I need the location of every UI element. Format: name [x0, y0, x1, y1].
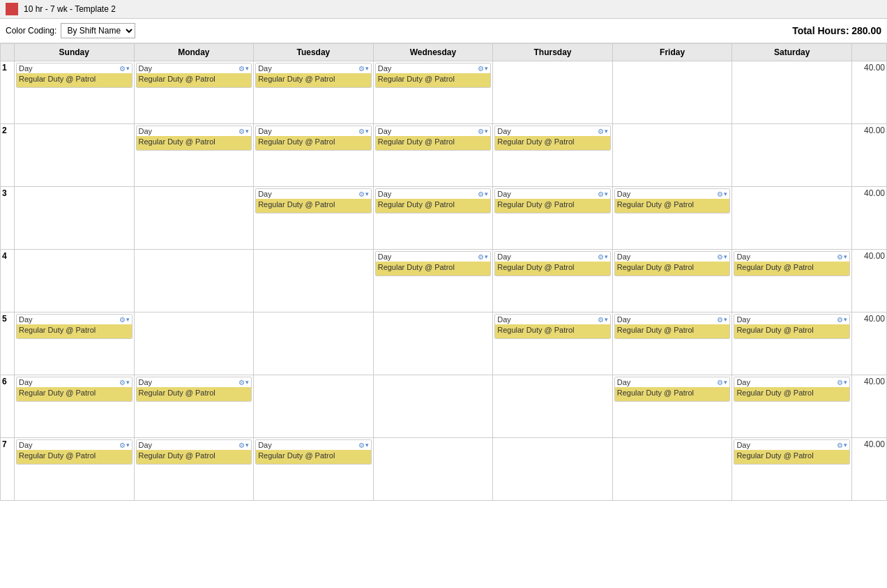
shift-gear-button[interactable]: ⚙▾ — [598, 253, 608, 261]
shift-gear-button[interactable]: ⚙▾ — [598, 316, 608, 324]
shift-gear-button[interactable]: ⚙▾ — [238, 128, 249, 135]
week-1-friday[interactable] — [612, 61, 732, 124]
shift-gear-button[interactable]: ⚙▾ — [358, 128, 369, 135]
week-5-monday[interactable] — [134, 312, 254, 375]
week-6-thursday[interactable] — [493, 375, 613, 438]
shift-gear-button[interactable]: ⚙▾ — [358, 442, 369, 449]
shift-block: Day⚙▾Regular Duty @ Patrol — [255, 63, 372, 88]
shift-gear-button[interactable]: ⚙▾ — [119, 65, 130, 73]
shift-gear-button[interactable]: ⚙▾ — [717, 316, 727, 324]
shift-duty-label: Regular Duty @ Patrol — [734, 450, 849, 464]
gear-icon: ⚙ — [598, 128, 604, 135]
week-1-wednesday[interactable]: Day⚙▾Regular Duty @ Patrol — [373, 61, 493, 124]
week-7-friday[interactable] — [612, 438, 732, 501]
shift-gear-button[interactable]: ⚙▾ — [478, 253, 488, 261]
chevron-down-icon: ▾ — [724, 379, 727, 386]
week-5-thursday[interactable]: Day⚙▾Regular Duty @ Patrol — [493, 312, 613, 375]
shift-gear-button[interactable]: ⚙▾ — [358, 65, 369, 73]
week-1-tuesday[interactable]: Day⚙▾Regular Duty @ Patrol — [254, 61, 374, 124]
chevron-down-icon: ▾ — [724, 253, 727, 260]
color-coding-select[interactable]: By Shift Name By Position By Employee — [61, 23, 135, 38]
shift-header: Day⚙▾ — [734, 315, 849, 324]
week-3-saturday[interactable] — [732, 187, 852, 250]
week-6-monday[interactable]: Day⚙▾Regular Duty @ Patrol — [134, 375, 254, 438]
shift-gear-button[interactable]: ⚙▾ — [238, 379, 249, 386]
week-2-wednesday[interactable]: Day⚙▾Regular Duty @ Patrol — [373, 124, 493, 187]
week-5-wednesday[interactable] — [373, 312, 493, 375]
shift-gear-button[interactable]: ⚙▾ — [717, 190, 727, 198]
week-1-thursday[interactable] — [493, 61, 613, 124]
shift-gear-button[interactable]: ⚙▾ — [717, 379, 727, 386]
gear-icon: ⚙ — [837, 253, 843, 261]
shift-gear-button[interactable]: ⚙▾ — [478, 128, 488, 135]
chevron-down-icon: ▾ — [245, 65, 249, 72]
gear-icon: ⚙ — [837, 316, 843, 324]
week-3-tuesday[interactable]: Day⚙▾Regular Duty @ Patrol — [254, 187, 374, 250]
week-3-monday[interactable] — [134, 187, 254, 250]
week-2-saturday[interactable] — [732, 124, 852, 187]
week-1-sunday[interactable]: Day⚙▾Regular Duty @ Patrol — [15, 61, 135, 124]
shift-gear-button[interactable]: ⚙▾ — [478, 190, 488, 198]
shift-gear-button[interactable]: ⚙▾ — [598, 128, 608, 135]
week-4-thursday[interactable]: Day⚙▾Regular Duty @ Patrol — [493, 250, 613, 312]
week-6-sunday[interactable]: Day⚙▾Regular Duty @ Patrol — [15, 375, 135, 438]
calendar-body: 1Day⚙▾Regular Duty @ PatrolDay⚙▾Regular … — [1, 61, 887, 501]
week-2-monday[interactable]: Day⚙▾Regular Duty @ Patrol — [134, 124, 254, 187]
week-4-sunday[interactable] — [15, 250, 135, 312]
week-2-tuesday[interactable]: Day⚙▾Regular Duty @ Patrol — [254, 124, 374, 187]
week-5-tuesday[interactable] — [254, 312, 374, 375]
week-6-saturday[interactable]: Day⚙▾Regular Duty @ Patrol — [732, 375, 852, 438]
week-4-saturday[interactable]: Day⚙▾Regular Duty @ Patrol — [732, 250, 852, 312]
shift-gear-button[interactable]: ⚙▾ — [238, 442, 249, 449]
week-6-tuesday[interactable] — [254, 375, 374, 438]
shift-gear-button[interactable]: ⚙▾ — [119, 442, 130, 449]
week-5-saturday[interactable]: Day⚙▾Regular Duty @ Patrol — [732, 312, 852, 375]
week-7-tuesday[interactable]: Day⚙▾Regular Duty @ Patrol — [254, 438, 374, 501]
shift-gear-button[interactable]: ⚙▾ — [837, 379, 847, 386]
week-4-wednesday[interactable]: Day⚙▾Regular Duty @ Patrol — [373, 250, 493, 312]
week-3-friday[interactable]: Day⚙▾Regular Duty @ Patrol — [612, 187, 732, 250]
shift-duty-label: Regular Duty @ Patrol — [734, 262, 849, 276]
shift-block: Day⚙▾Regular Duty @ Patrol — [136, 63, 252, 88]
week-6-friday[interactable]: Day⚙▾Regular Duty @ Patrol — [612, 375, 732, 438]
shift-gear-button[interactable]: ⚙▾ — [119, 379, 130, 386]
week-4-tuesday[interactable] — [254, 250, 374, 312]
week-3-thursday[interactable]: Day⚙▾Regular Duty @ Patrol — [493, 187, 613, 250]
week-total-2: 40.00 — [852, 124, 887, 187]
week-1-saturday[interactable] — [732, 61, 852, 124]
week-5-sunday[interactable]: Day⚙▾Regular Duty @ Patrol — [15, 312, 135, 375]
week-1-monday[interactable]: Day⚙▾Regular Duty @ Patrol — [134, 61, 254, 124]
shift-duty-label: Regular Duty @ Patrol — [495, 262, 610, 276]
gear-icon: ⚙ — [837, 379, 843, 386]
week-3-wednesday[interactable]: Day⚙▾Regular Duty @ Patrol — [373, 187, 493, 250]
shift-duty-label: Regular Duty @ Patrol — [17, 387, 132, 401]
chevron-down-icon: ▾ — [365, 65, 369, 72]
shift-header: Day⚙▾ — [137, 377, 252, 387]
week-2-thursday[interactable]: Day⚙▾Regular Duty @ Patrol — [493, 124, 613, 187]
week-row-2: 2Day⚙▾Regular Duty @ PatrolDay⚙▾Regular … — [1, 124, 887, 187]
week-2-sunday[interactable] — [15, 124, 135, 187]
shift-gear-button[interactable]: ⚙▾ — [358, 190, 369, 198]
shift-gear-button[interactable]: ⚙▾ — [837, 253, 847, 261]
shift-gear-button[interactable]: ⚙▾ — [837, 442, 847, 449]
week-7-saturday[interactable]: Day⚙▾Regular Duty @ Patrol — [732, 438, 852, 501]
week-4-monday[interactable] — [134, 250, 254, 312]
shift-gear-button[interactable]: ⚙▾ — [837, 316, 847, 324]
week-4-friday[interactable]: Day⚙▾Regular Duty @ Patrol — [612, 250, 732, 312]
week-7-thursday[interactable] — [493, 438, 613, 501]
shift-gear-button[interactable]: ⚙▾ — [478, 65, 488, 73]
shift-gear-button[interactable]: ⚙▾ — [598, 190, 608, 198]
shift-block: Day⚙▾Regular Duty @ Patrol — [494, 188, 611, 213]
week-5-friday[interactable]: Day⚙▾Regular Duty @ Patrol — [612, 312, 732, 375]
week-3-sunday[interactable] — [15, 187, 135, 250]
week-6-wednesday[interactable] — [373, 375, 493, 438]
gear-icon: ⚙ — [238, 65, 245, 73]
week-7-monday[interactable]: Day⚙▾Regular Duty @ Patrol — [134, 438, 254, 501]
shift-gear-button[interactable]: ⚙▾ — [119, 316, 130, 324]
shift-block: Day⚙▾Regular Duty @ Patrol — [136, 377, 252, 402]
week-2-friday[interactable] — [612, 124, 732, 187]
shift-gear-button[interactable]: ⚙▾ — [717, 253, 727, 261]
week-7-sunday[interactable]: Day⚙▾Regular Duty @ Patrol — [15, 438, 135, 501]
shift-gear-button[interactable]: ⚙▾ — [238, 65, 249, 73]
week-7-wednesday[interactable] — [373, 438, 493, 501]
